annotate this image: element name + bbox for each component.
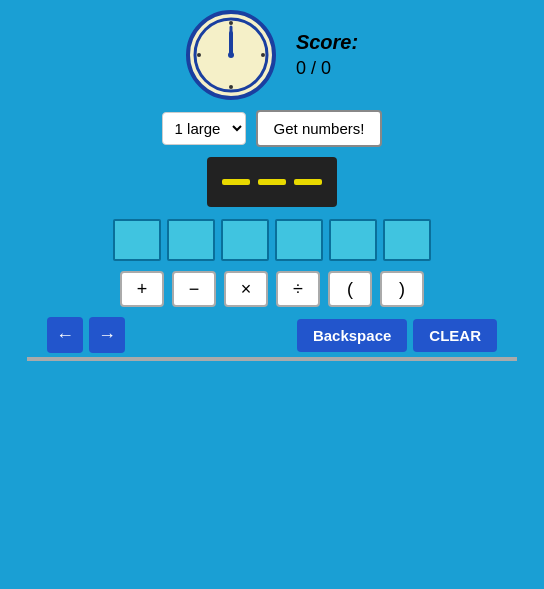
backspace-button[interactable]: Backspace: [297, 319, 407, 352]
svg-point-2: [261, 53, 265, 57]
get-numbers-button[interactable]: Get numbers!: [256, 110, 383, 147]
number-box-4: [275, 219, 323, 261]
score-label: Score:: [296, 31, 358, 54]
graph-area: [27, 357, 517, 361]
clock-face: [191, 15, 271, 95]
display-dash-3: [294, 179, 322, 185]
number-box-6: [383, 219, 431, 261]
size-select[interactable]: 1 large 2 large 3 large: [162, 112, 246, 145]
number-boxes-row: [113, 219, 431, 261]
top-area: Score: 0 / 0 1 large 2 large 3 large Get…: [113, 0, 431, 317]
open-paren-button[interactable]: (: [328, 271, 372, 307]
clock-score-row: Score: 0 / 0: [186, 10, 358, 100]
display-screen: [207, 157, 337, 207]
main-content: Score: 0 / 0 1 large 2 large 3 large Get…: [0, 0, 544, 589]
score-value: 0 / 0: [296, 58, 331, 79]
number-box-2: [167, 219, 215, 261]
operators-row: + − × ÷ ( ): [120, 271, 424, 307]
clear-button[interactable]: CLEAR: [413, 319, 497, 352]
right-arrow-button[interactable]: →: [89, 317, 125, 353]
left-arrow-button[interactable]: ←: [47, 317, 83, 353]
svg-point-4: [197, 53, 201, 57]
close-paren-button[interactable]: ): [380, 271, 424, 307]
divide-button[interactable]: ÷: [276, 271, 320, 307]
number-box-3: [221, 219, 269, 261]
minus-button[interactable]: −: [172, 271, 216, 307]
display-dash-1: [222, 179, 250, 185]
svg-point-7: [228, 52, 234, 58]
plus-button[interactable]: +: [120, 271, 164, 307]
number-box-1: [113, 219, 161, 261]
svg-point-1: [229, 21, 233, 25]
svg-point-3: [229, 85, 233, 89]
controls-row: 1 large 2 large 3 large Get numbers!: [162, 110, 383, 147]
bottom-section: ← → Backspace CLEAR: [0, 317, 544, 361]
score-area: Score: 0 / 0: [296, 31, 358, 79]
display-dash-2: [258, 179, 286, 185]
multiply-button[interactable]: ×: [224, 271, 268, 307]
clock: [186, 10, 276, 100]
nav-action-row: ← → Backspace CLEAR: [27, 317, 517, 353]
number-box-5: [329, 219, 377, 261]
